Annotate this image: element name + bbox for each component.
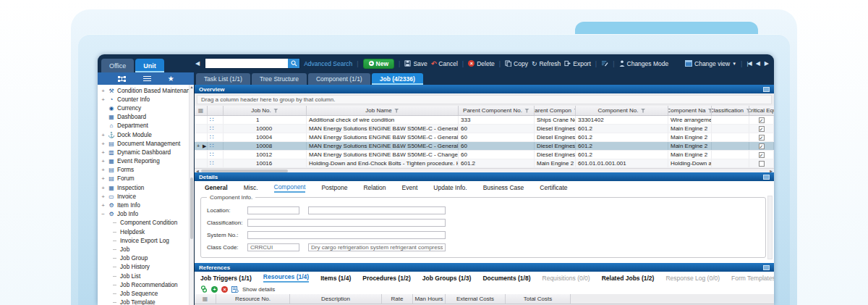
pin-icon[interactable]: [763, 265, 770, 270]
tab-job[interactable]: Job (4/2336): [372, 73, 423, 85]
tree-scrollbar[interactable]: ▲: [189, 85, 194, 305]
tab-unit[interactable]: Unit: [135, 59, 164, 72]
table-row[interactable]: ∷ 10004MAN Energy Solutions ENGINE B&W S…: [195, 133, 774, 142]
tab-tree-structure[interactable]: Tree Structure: [252, 73, 307, 85]
first-page-icon[interactable]: |◀: [746, 60, 751, 67]
tree-item[interactable]: ⌂Department: [101, 122, 194, 130]
list-view-icon[interactable]: [143, 76, 151, 81]
group-by-hint[interactable]: Drag a column header here to group by th…: [197, 95, 772, 104]
copy-button[interactable]: Copy: [505, 60, 528, 67]
tab-update-info[interactable]: Update Info.: [433, 184, 467, 191]
grid-corner-icon[interactable]: ▦: [195, 106, 208, 115]
column-resource-no[interactable]: Resource No.: [216, 294, 290, 304]
tree-item[interactable]: +▦Inspection: [101, 183, 194, 192]
tab-requisitions[interactable]: Requisitions (0/0): [542, 275, 590, 282]
search-icon[interactable]: [288, 59, 299, 68]
refresh-button[interactable]: ↻ Refresh: [532, 60, 561, 67]
column-classification[interactable]: Classification: [712, 106, 749, 115]
pin-icon[interactable]: [763, 87, 770, 92]
scroll-up-icon[interactable]: ▲: [190, 85, 194, 90]
column-description[interactable]: Description: [290, 294, 382, 304]
tab-relation[interactable]: Relation: [363, 184, 386, 191]
add-icon[interactable]: +: [211, 286, 218, 293]
tree-item[interactable]: +⚒Condition Based Maintenance: [101, 86, 194, 95]
scroll-thumb[interactable]: [201, 170, 288, 172]
details-scrollbar[interactable]: [767, 196, 773, 259]
column-external-costs[interactable]: External Costs: [446, 294, 506, 304]
grid-corner-icon[interactable]: ▦: [195, 294, 216, 304]
column-job-name[interactable]: Job Name: [307, 106, 459, 115]
location-input[interactable]: [247, 206, 299, 214]
edit-filter-icon[interactable]: [601, 60, 608, 67]
tab-business-case[interactable]: Business Case: [483, 184, 524, 191]
tab-form-templates[interactable]: Form Templates (0/0): [731, 275, 774, 282]
tree-item[interactable]: +▦Event Reporting: [101, 157, 194, 166]
link-icon[interactable]: [200, 285, 208, 293]
show-details-label[interactable]: Show details: [242, 286, 275, 293]
tree-item[interactable]: +▤Document Management: [101, 139, 194, 148]
tree-item[interactable]: +▤Forum: [101, 175, 194, 183]
delete-button[interactable]: × Delete: [468, 60, 495, 67]
tree-item[interactable]: Invoice Export Log: [101, 236, 194, 245]
tab-component[interactable]: Component (1/1): [308, 73, 370, 85]
column-component-name[interactable]: Component Na: [668, 106, 712, 115]
tab-general[interactable]: General: [205, 184, 228, 191]
next-page-icon[interactable]: ▶: [765, 60, 769, 67]
table-row[interactable]: ∷ 10012MAN Energy Solutions ENGINE B&W S…: [195, 151, 774, 159]
table-row[interactable]: ∷ 10016Holding-Down and End-Chock Bolts …: [195, 159, 774, 168]
column-total-costs[interactable]: Total Costs: [506, 294, 571, 304]
save-button[interactable]: Save: [404, 60, 427, 67]
column-man-hours[interactable]: Man Hours: [413, 294, 446, 304]
tree-item[interactable]: Job History: [101, 263, 194, 272]
tab-related-jobs[interactable]: Related Jobs (1/2): [602, 275, 655, 282]
tab-procedures[interactable]: Procedures (1/2): [362, 275, 411, 282]
column-job-no[interactable]: Job No.: [224, 106, 307, 115]
scroll-right-icon[interactable]: ▶: [770, 169, 773, 173]
tab-response-log[interactable]: Response Log (0/0): [665, 275, 720, 282]
sidebar-collapse-icon[interactable]: ◀: [195, 60, 200, 67]
classification-input[interactable]: [247, 219, 446, 227]
tree-item[interactable]: Job Sequence: [101, 289, 194, 298]
cancel-button[interactable]: ↶ Cancel: [431, 60, 458, 67]
tree-item[interactable]: +⚙Item Info: [101, 201, 194, 209]
column-rate[interactable]: Rate: [382, 294, 413, 304]
favorites-star-icon[interactable]: ★: [168, 75, 174, 83]
hierarchy-icon[interactable]: [117, 75, 127, 83]
tab-component-details[interactable]: Component: [274, 183, 306, 193]
tree-item[interactable]: Job: [101, 245, 194, 254]
column-component-no[interactable]: Component No.: [576, 106, 668, 115]
tab-misc[interactable]: Misc.: [244, 184, 258, 191]
tab-certificate[interactable]: Certificate: [540, 184, 567, 191]
advanced-search-link[interactable]: Advanced Search: [304, 60, 352, 67]
column-parent-component-no[interactable]: Parent Component No.: [459, 106, 535, 115]
class-code-description-input[interactable]: [308, 243, 446, 251]
tree-item[interactable]: ▦Dashboard: [101, 113, 194, 122]
scroll-left-icon[interactable]: ◀: [196, 169, 199, 173]
table-row-selected[interactable]: + ▶ ∷ 10008MAN Energy Solutions ENGINE B…: [195, 142, 774, 151]
prev-page-icon[interactable]: ◀: [756, 60, 760, 67]
new-button[interactable]: + New: [363, 59, 394, 69]
tree-item[interactable]: +⚓Dock Module: [101, 130, 194, 139]
column-parent-component[interactable]: Parent Compon: [535, 106, 576, 115]
horizontal-scrollbar[interactable]: ◀ ▶: [195, 168, 774, 172]
tree-item[interactable]: Job Template: [101, 298, 194, 305]
show-details-icon[interactable]: [231, 286, 239, 293]
tree-item[interactable]: +◔Counter Info: [101, 95, 194, 104]
tree-item[interactable]: +▭Invoice: [101, 192, 194, 201]
system-no-input[interactable]: [247, 231, 446, 239]
tree-item[interactable]: Job List: [101, 272, 194, 280]
tab-event[interactable]: Event: [402, 184, 418, 191]
column-critical-equipment[interactable]: Critical Equ: [749, 106, 774, 115]
tree-item[interactable]: −⚙Job Info: [101, 210, 194, 219]
tree-item[interactable]: Helpdesk: [101, 227, 194, 236]
tab-items[interactable]: Items (1/4): [320, 275, 351, 282]
tree-item[interactable]: +▥Dynamic Dashboard: [101, 148, 194, 156]
tab-documents[interactable]: Documents (1/8): [482, 275, 530, 282]
tab-office[interactable]: Office: [101, 59, 134, 72]
tree-item[interactable]: Component Condition: [101, 219, 194, 227]
tab-job-groups[interactable]: Job Groups (1/3): [422, 275, 472, 282]
search-input[interactable]: [205, 59, 288, 68]
tab-postpone[interactable]: Postpone: [321, 184, 347, 191]
tree-item[interactable]: +▤Forms: [101, 166, 194, 175]
tree-item[interactable]: Job Recommendation: [101, 280, 194, 289]
